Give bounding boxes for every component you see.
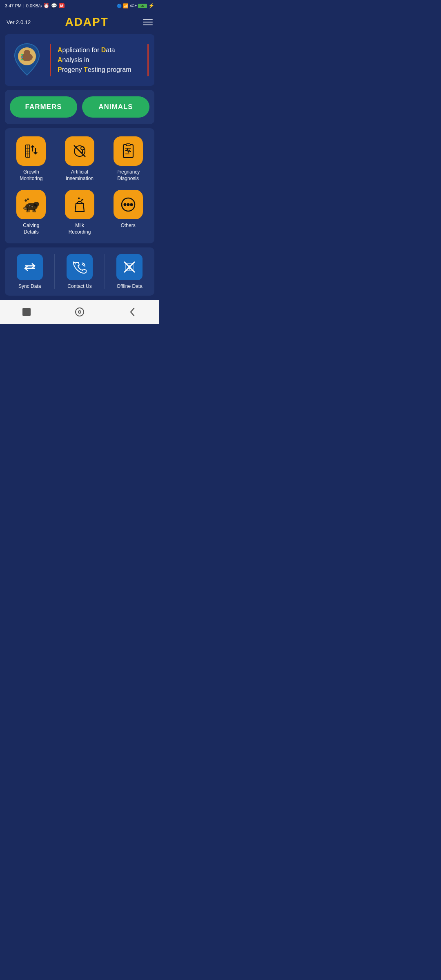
svg-point-30: [24, 207, 28, 209]
nav-home-button[interactable]: [71, 304, 88, 320]
mi-icon: M: [59, 3, 65, 8]
whatsapp-icon: 💬: [51, 3, 57, 9]
svg-point-28: [29, 205, 31, 207]
growth-monitoring-icon-box: [16, 136, 46, 166]
milk-label: MilkRecording: [69, 223, 91, 235]
bluetooth-icon: 🔵: [117, 4, 122, 8]
4g-label: 4G+: [130, 4, 137, 8]
sync-icon-box: [17, 254, 43, 280]
category-section: FARMERS ANIMALS: [5, 90, 154, 124]
hero-right-divider: [147, 44, 149, 76]
svg-line-27: [35, 209, 35, 212]
ai-label: ArtificialInsemination: [66, 169, 94, 182]
square-icon: [22, 308, 31, 316]
system-nav-bar: [0, 300, 159, 324]
svg-point-3: [27, 51, 30, 53]
hero-section: Application for Data Analysis in Progeny…: [5, 34, 154, 86]
sync-data-item[interactable]: Sync Data: [5, 254, 55, 289]
pregnancy-diagnosis-item[interactable]: PregnancyDiagnosis: [106, 136, 150, 182]
svg-point-29: [31, 205, 33, 208]
menu-button[interactable]: [143, 19, 153, 25]
charging-icon: ⚡: [148, 3, 154, 9]
nav-back-button[interactable]: [125, 304, 141, 320]
status-left: 3:47 PM | 0.0KB/s ⏰ 💬 M: [5, 3, 65, 9]
svg-point-44: [76, 308, 84, 316]
svg-text:✦: ✦: [27, 198, 29, 200]
hero-left-divider: [50, 44, 51, 76]
app-title: ADAPT: [65, 16, 108, 29]
svg-point-35: [124, 204, 126, 206]
farmers-button[interactable]: FARMERS: [10, 96, 77, 118]
offline-data-item[interactable]: Offline Data: [105, 254, 154, 289]
others-label: Others: [121, 223, 136, 229]
milk-recording-item[interactable]: MilkRecording: [58, 190, 102, 235]
status-right: 🔵 📶 4G+ 30 ⚡: [117, 3, 154, 9]
bottom-actions: Sync Data Contact Us Offline Da: [5, 247, 154, 296]
calving-icon-box: ✦ ✦: [16, 190, 46, 219]
calving-details-item[interactable]: ✦ ✦ CalvingDetails: [9, 190, 53, 235]
others-icon-box: [114, 190, 143, 219]
status-bar: 3:47 PM | 0.0KB/s ⏰ 💬 M 🔵 📶 4G+ 30 ⚡: [0, 0, 159, 11]
pregnancy-label: PregnancyDiagnosis: [116, 169, 140, 182]
svg-rect-21: [126, 144, 130, 146]
app-logo: [11, 42, 43, 78]
ai-icon-box: [65, 136, 94, 166]
growth-monitoring-item[interactable]: GrowthMonitoring: [9, 136, 53, 182]
milk-icon-box: [65, 190, 94, 219]
calving-label: CalvingDetails: [23, 223, 39, 235]
status-network: 0.0KB/s: [26, 3, 42, 8]
feature-grid: GrowthMonitoring ArtificialInsemination: [5, 128, 154, 243]
svg-point-2: [24, 50, 30, 56]
svg-point-4: [21, 54, 23, 56]
status-time: 3:47 PM: [5, 3, 22, 8]
pregnancy-icon-box: [114, 136, 143, 166]
battery-icon: 30: [138, 4, 147, 8]
alarm-icon: ⏰: [43, 3, 49, 9]
hero-tagline: Application for Data Analysis in Progeny…: [58, 45, 141, 75]
contact-icon-box: [67, 254, 93, 280]
offline-data-label: Offline Data: [117, 283, 143, 289]
sync-data-label: Sync Data: [18, 283, 41, 289]
contact-us-item[interactable]: Contact Us: [55, 254, 105, 289]
growth-monitoring-label: GrowthMonitoring: [20, 169, 42, 182]
svg-point-6: [21, 59, 23, 60]
offline-icon-box: [116, 254, 143, 280]
svg-point-23: [34, 202, 39, 206]
signal-icon: 📶: [123, 3, 129, 9]
animals-button[interactable]: ANIMALS: [82, 96, 149, 118]
app-header: Ver 2.0.12 ADAPT: [0, 11, 159, 34]
svg-point-36: [127, 204, 129, 206]
contact-us-label: Contact Us: [67, 283, 91, 289]
svg-point-5: [21, 56, 23, 58]
others-item[interactable]: Others: [106, 190, 150, 235]
svg-point-37: [130, 204, 132, 206]
artificial-insemination-item[interactable]: ArtificialInsemination: [58, 136, 102, 182]
nav-square-button[interactable]: [18, 304, 35, 320]
app-version: Ver 2.0.12: [7, 19, 31, 25]
svg-point-45: [78, 311, 81, 313]
